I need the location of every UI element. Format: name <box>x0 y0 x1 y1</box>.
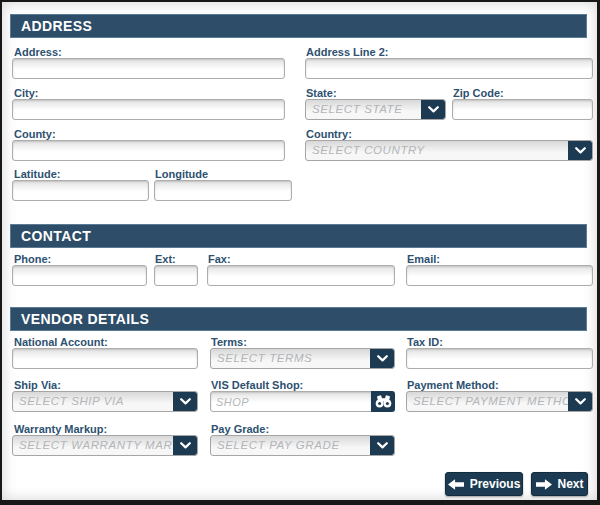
state-select[interactable]: SELECT STATE <box>305 99 446 120</box>
arrow-left-icon <box>448 479 464 490</box>
terms-label: Terms: <box>211 336 247 348</box>
city-input[interactable] <box>12 99 285 120</box>
fax-input[interactable] <box>207 265 395 286</box>
zip-code-input[interactable] <box>452 99 593 120</box>
longitude-input[interactable] <box>154 180 292 201</box>
state-label: State: <box>306 87 337 99</box>
shop-lookup-button[interactable] <box>371 391 395 412</box>
warranty-markup-select-value: SELECT WARRANTY MARKUP <box>13 436 173 455</box>
arrow-right-icon <box>536 479 552 490</box>
tax-id-input[interactable] <box>406 348 593 369</box>
chevron-down-icon <box>370 349 394 368</box>
address-line2-input[interactable] <box>305 58 593 79</box>
pay-grade-label: Pay Grade: <box>211 423 269 435</box>
address-line2-label: Address Line 2: <box>306 46 389 58</box>
longitude-label: Longitude <box>155 168 208 180</box>
fax-label: Fax: <box>208 253 231 265</box>
county-label: County: <box>14 128 56 140</box>
country-select-value: SELECT COUNTRY <box>306 141 568 160</box>
previous-button-label: Previous <box>470 477 521 491</box>
city-label: City: <box>14 87 38 99</box>
tax-id-label: Tax ID: <box>407 336 443 348</box>
binoculars-icon <box>375 395 392 408</box>
national-account-input[interactable] <box>12 348 198 369</box>
chevron-down-icon <box>173 392 197 411</box>
chevron-down-icon <box>173 436 197 455</box>
terms-select[interactable]: SELECT TERMS <box>210 348 395 369</box>
state-select-value: SELECT STATE <box>306 100 421 119</box>
previous-button[interactable]: Previous <box>445 472 523 496</box>
chevron-down-icon <box>370 436 394 455</box>
pay-grade-select[interactable]: SELECT PAY GRADE <box>210 435 395 456</box>
section-header-vendor-details: VENDOR DETAILS <box>10 307 587 331</box>
phone-input[interactable] <box>12 265 147 286</box>
payment-method-select-value: SELECT PAYMENT METHOD <box>407 392 568 411</box>
county-input[interactable] <box>12 140 285 161</box>
address-input[interactable] <box>12 58 285 79</box>
ship-via-select-value: SELECT SHIP VIA <box>13 392 173 411</box>
pay-grade-select-value: SELECT PAY GRADE <box>211 436 370 455</box>
chevron-down-icon <box>568 392 592 411</box>
section-header-address: ADDRESS <box>10 14 587 38</box>
section-header-contact: CONTACT <box>10 224 587 248</box>
zip-code-label: Zip Code: <box>453 87 504 99</box>
chevron-down-icon <box>568 141 592 160</box>
vis-default-shop-input[interactable] <box>210 391 372 412</box>
latitude-label: Latitude: <box>14 168 60 180</box>
ship-via-select[interactable]: SELECT SHIP VIA <box>12 391 198 412</box>
latitude-input[interactable] <box>12 180 149 201</box>
ship-via-label: Ship Via: <box>14 379 61 391</box>
phone-label: Phone: <box>14 253 51 265</box>
warranty-markup-label: Warranty Markup: <box>14 423 107 435</box>
chevron-down-icon <box>421 100 445 119</box>
email-label: Email: <box>407 253 440 265</box>
ext-label: Ext: <box>155 253 176 265</box>
ext-input[interactable] <box>154 265 198 286</box>
next-button[interactable]: Next <box>531 472 588 496</box>
vis-default-shop-label: VIS Default Shop: <box>211 379 303 391</box>
next-button-label: Next <box>558 477 584 491</box>
email-input[interactable] <box>406 265 593 286</box>
warranty-markup-select[interactable]: SELECT WARRANTY MARKUP <box>12 435 198 456</box>
payment-method-select[interactable]: SELECT PAYMENT METHOD <box>406 391 593 412</box>
address-label: Address: <box>14 46 62 58</box>
payment-method-label: Payment Method: <box>407 379 499 391</box>
country-select[interactable]: SELECT COUNTRY <box>305 140 593 161</box>
vendor-form-page: ADDRESS Address: Address Line 2: City: S… <box>0 0 600 505</box>
national-account-label: National Account: <box>14 336 108 348</box>
terms-select-value: SELECT TERMS <box>211 349 370 368</box>
country-label: Country: <box>306 128 352 140</box>
